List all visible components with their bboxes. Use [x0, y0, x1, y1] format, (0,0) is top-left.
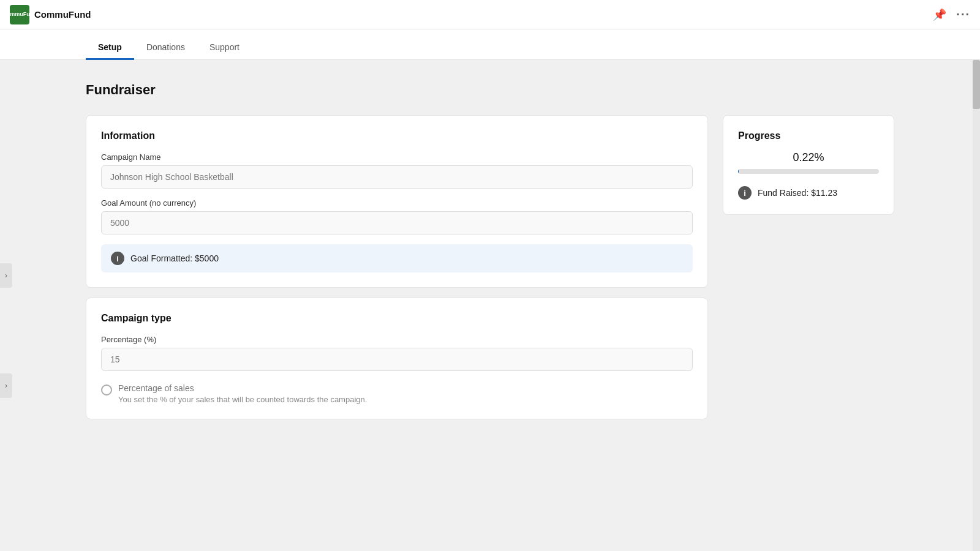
- radio-description: You set the % of your sales that will be…: [118, 395, 367, 404]
- campaign-type-card: Campaign type Percentage (%) Percentage …: [86, 298, 708, 419]
- goal-amount-label: Goal Amount (no currency): [101, 198, 693, 208]
- radio-button[interactable]: [101, 384, 112, 395]
- tab-support[interactable]: Support: [197, 35, 252, 60]
- logo-icon: Commu Fund: [10, 5, 29, 24]
- info-icon: i: [111, 252, 124, 265]
- radio-option-content: Percentage of sales You set the % of you…: [118, 383, 367, 404]
- app-logo: Commu Fund CommuFund: [10, 5, 91, 24]
- progress-title: Progress: [738, 130, 879, 141]
- percentage-label: Percentage (%): [101, 335, 693, 344]
- scrollbar-thumb[interactable]: [973, 60, 980, 109]
- more-icon[interactable]: ···: [956, 7, 970, 21]
- fund-raised-text: Fund Raised: $11.23: [758, 188, 837, 198]
- tab-donations[interactable]: Donations: [134, 35, 197, 60]
- fund-raised-row: i Fund Raised: $11.23: [738, 186, 879, 200]
- app-title: CommuFund: [34, 9, 91, 20]
- progress-bar-fill: [738, 169, 739, 174]
- content-layout: Information Campaign Name Goal Amount (n…: [86, 115, 894, 419]
- goal-formatted-box: i Goal Formatted: $5000: [101, 244, 693, 272]
- scrollbar[interactable]: [973, 60, 980, 551]
- fund-info-icon: i: [738, 186, 752, 200]
- left-expand-bottom[interactable]: ›: [0, 373, 12, 398]
- campaign-type-title: Campaign type: [101, 313, 693, 324]
- topbar: Commu Fund CommuFund 📌 ···: [0, 0, 980, 29]
- left-expand-top[interactable]: ›: [0, 263, 12, 288]
- radio-percentage-of-sales[interactable]: Percentage of sales You set the % of you…: [101, 383, 693, 404]
- right-column: Progress 0.22% i Fund Raised: $11.23: [723, 115, 894, 215]
- tab-setup[interactable]: Setup: [86, 35, 134, 60]
- radio-label: Percentage of sales: [118, 383, 367, 393]
- main-content: Fundraiser Information Campaign Name Goa…: [0, 60, 980, 551]
- information-card: Information Campaign Name Goal Amount (n…: [86, 115, 708, 288]
- percentage-input[interactable]: [101, 348, 693, 371]
- progress-bar-background: [738, 169, 879, 174]
- tabbar: Setup Donations Support: [0, 29, 980, 60]
- pin-icon[interactable]: 📌: [933, 8, 946, 21]
- progress-percent: 0.22%: [738, 151, 879, 164]
- topbar-actions: 📌 ···: [933, 7, 970, 21]
- page-title: Fundraiser: [86, 82, 894, 98]
- goal-amount-input[interactable]: [101, 211, 693, 234]
- campaign-name-label: Campaign Name: [101, 152, 693, 162]
- progress-card: Progress 0.22% i Fund Raised: $11.23: [723, 115, 894, 215]
- campaign-name-input[interactable]: [101, 165, 693, 189]
- goal-formatted-text: Goal Formatted: $5000: [130, 253, 219, 263]
- left-column: Information Campaign Name Goal Amount (n…: [86, 115, 708, 419]
- information-card-title: Information: [101, 130, 693, 141]
